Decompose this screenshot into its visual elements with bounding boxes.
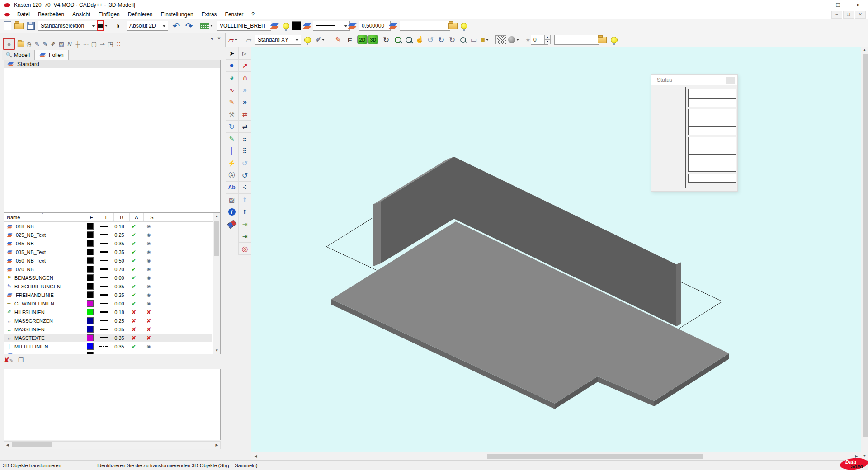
spring-arrows-dark-button[interactable]: ⇄ <box>239 121 251 133</box>
material-sphere-button[interactable] <box>508 34 519 45</box>
rotate-3d-button[interactable]: ↻ <box>226 121 238 133</box>
clipboard-button[interactable]: ❐ <box>18 356 24 364</box>
menu-fenster[interactable]: Fenster <box>221 10 248 19</box>
center-cross-button[interactable]: ┼ <box>74 39 82 49</box>
hatch-button-2[interactable]: ▨ <box>226 194 238 206</box>
rotate-light-button[interactable]: ↺ <box>239 157 251 169</box>
zoom-page-button[interactable] <box>458 34 468 45</box>
align-center-light-button[interactable]: ⇥ <box>239 218 251 230</box>
layer-visibility-button[interactable] <box>280 20 291 31</box>
tab-folien[interactable]: Folien <box>35 50 69 60</box>
linetype-name-box[interactable]: VOLLLINIE_BREIT <box>217 21 271 31</box>
info-button[interactable]: i <box>226 206 238 218</box>
panel-collapse-button[interactable]: ◂ <box>209 35 215 41</box>
hatch-button[interactable]: ▨ <box>57 39 66 49</box>
user-light-button[interactable] <box>458 20 469 31</box>
sphere-edit-button[interactable]: ◕ <box>226 72 238 84</box>
detail-list-box[interactable] <box>4 369 221 440</box>
align-center-dark-button[interactable]: ⇥ <box>239 230 251 243</box>
workplane-combobox[interactable]: Standard XY <box>255 35 301 45</box>
selection-color-button[interactable] <box>97 20 108 31</box>
viewport-3d[interactable]: Status <box>251 47 861 452</box>
iso-box-button[interactable]: ◳ <box>106 39 114 49</box>
mdi-close-button[interactable]: ✕ <box>855 11 866 19</box>
draw-pencil-button[interactable]: ✎ <box>226 133 238 145</box>
orbit-button[interactable]: ↻ <box>381 34 392 45</box>
dimension-lines-button[interactable]: N <box>66 39 74 49</box>
panel-horizontal-scrollbar[interactable]: ◀ ▶ <box>4 441 221 449</box>
table-row[interactable]: 018_NB0.18✔◉ <box>4 222 212 230</box>
delete-all-button[interactable]: ✘✎ <box>4 356 14 364</box>
layer-color-button[interactable] <box>302 20 313 31</box>
layer-width-button[interactable] <box>388 20 399 31</box>
undo-button[interactable]: ↶ <box>171 20 182 31</box>
menu-ansicht[interactable]: Ansicht <box>68 10 94 19</box>
label-button[interactable]: Ⓐ <box>226 169 238 182</box>
scroll-down-icon[interactable]: ▼ <box>213 347 220 354</box>
sphere-3d-button[interactable]: ● <box>226 60 238 72</box>
panel-close-button[interactable]: ✕ <box>216 35 222 41</box>
menu-extras[interactable]: Extras <box>198 10 221 19</box>
plane-define-button[interactable]: ✐ <box>315 34 326 45</box>
folder-import-button[interactable] <box>17 39 25 49</box>
scrollbar-thumb[interactable] <box>214 221 219 256</box>
measure-box[interactable] <box>554 35 599 45</box>
canvas-horizontal-scrollbar[interactable]: ◀ ▶ <box>251 452 861 460</box>
zoom-box-button[interactable] <box>392 34 403 45</box>
page-edit-button[interactable]: ✎ <box>41 39 49 49</box>
tree-item-standard[interactable]: Standard <box>4 60 220 68</box>
status-window-button[interactable] <box>726 77 735 84</box>
minimize-button[interactable]: ─ <box>808 0 828 10</box>
table-row-selected[interactable]: ↔MASSTEXTE0.35✘✘ <box>4 334 212 342</box>
new-file-button[interactable] <box>2 20 13 31</box>
arrow-up-dark-button[interactable]: ⇑ <box>239 206 251 218</box>
arrows-light-button[interactable]: » <box>239 84 251 96</box>
wire-box-button[interactable]: ▢ <box>90 39 98 49</box>
open-file-button[interactable] <box>14 20 24 31</box>
table-row[interactable]: ┼MITTELLINIEN0.35✔◉ <box>4 342 212 351</box>
table-row-partial[interactable] <box>4 351 212 354</box>
dots-grid-button[interactable]: ⠿ <box>239 145 251 157</box>
coordinate-mode-combobox[interactable]: Absolut 2D <box>127 21 168 31</box>
sketch-pencil-button[interactable]: ✎ <box>226 96 238 108</box>
paint-roller-button[interactable]: ▭ <box>468 34 479 45</box>
table-vertical-scrollbar[interactable]: ▲ ▼ <box>213 213 220 354</box>
scrollbar-thumb[interactable] <box>863 54 868 437</box>
user-light-button-2[interactable] <box>609 34 619 45</box>
status-window[interactable]: Status <box>651 74 738 192</box>
spin-down-icon[interactable]: ▼ <box>544 40 551 44</box>
menu-einfuegen[interactable]: Einfügen <box>94 10 123 19</box>
text-button[interactable]: Ab <box>226 182 238 194</box>
table-row[interactable]: ✐HILFSLINIEN0.18✘✘ <box>4 308 212 316</box>
spring-arrows-light-button[interactable]: ⇄ <box>239 108 251 121</box>
plane-light-button[interactable] <box>302 34 313 45</box>
scroll-up-icon[interactable]: ▲ <box>861 47 868 53</box>
layer-assign-button[interactable] <box>269 20 280 31</box>
table-row[interactable]: 025_NB_Text0.25✔◉ <box>4 230 212 239</box>
scroll-left-icon[interactable]: ◀ <box>4 442 11 448</box>
arrows-dark-button[interactable]: » <box>239 96 251 108</box>
menu-definieren[interactable]: Definieren <box>124 10 157 19</box>
table-row[interactable]: 050_NB_Text0.50✔◉ <box>4 256 212 265</box>
table-row[interactable]: ↔MASSLINIEN0.35✘✘ <box>4 325 212 334</box>
table-row[interactable]: ↔MASSGRENZEN0.25✘✘ <box>4 316 212 325</box>
axis-tripod-button[interactable]: ⋔ <box>239 72 251 84</box>
menu-bearbeiten[interactable]: Bearbeiten <box>34 10 68 19</box>
table-row[interactable]: ⚑BEMASSUNGEN0.00✔◉ <box>4 273 212 282</box>
rotate-dark-button[interactable]: ↺ <box>239 169 251 182</box>
spline-button[interactable]: ∿ <box>226 84 238 96</box>
scroll-left-icon[interactable]: ◀ <box>252 453 259 460</box>
scroll-up-icon[interactable]: ▲ <box>213 213 220 220</box>
scrollbar-thumb[interactable] <box>487 454 703 459</box>
view-undo-button[interactable]: ↺ <box>425 34 436 45</box>
table-row[interactable]: 035_NB0.35✔◉ <box>4 239 212 248</box>
spinner-buttons[interactable]: ▲ ▼ <box>544 35 551 44</box>
history-button[interactable]: ◷ <box>25 39 33 49</box>
spin-up-icon[interactable]: ▲ <box>544 35 551 40</box>
linestyle-combobox[interactable] <box>313 21 350 31</box>
table-header[interactable]: Name ∨ F T B A S <box>4 213 220 222</box>
plane-button[interactable]: ▱ <box>243 34 254 45</box>
pan-button[interactable]: ☝ <box>414 34 425 45</box>
orbit-sphere-button[interactable]: ↻ <box>447 34 458 45</box>
plane-e-button[interactable]: E <box>344 34 355 45</box>
